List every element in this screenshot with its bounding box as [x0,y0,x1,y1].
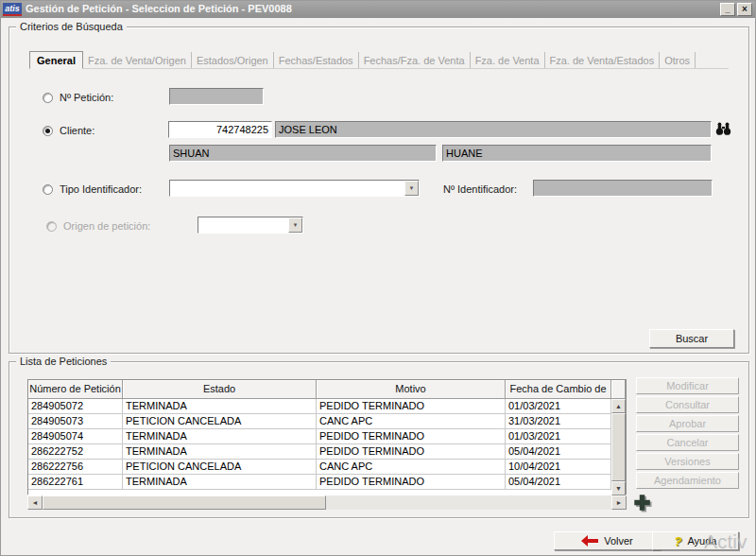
binoculars-search-icon[interactable] [715,120,731,141]
radio-tipo-identificador[interactable] [43,184,53,195]
radio-cliente[interactable] [43,126,53,136]
volver-label: Volver [604,535,633,547]
column-header: Fecha de Cambio de [506,380,611,399]
app-logo-icon: atis [3,3,22,16]
table-row[interactable]: 286222761 TERMINADA PEDIDO TERMINADO 05/… [28,475,611,490]
table-cell: 284905074 [28,429,123,444]
tab-otros[interactable]: Otros [660,52,696,68]
table-body: 284905072 TERMINADA PEDIDO TERMINADO 01/… [28,399,611,495]
radio-num-peticion[interactable] [43,93,53,103]
table-cell: TERMINADA [123,444,317,460]
add-plus-icon[interactable] [631,492,652,513]
vertical-scrollbar-thumb[interactable] [611,413,626,481]
help-question-icon: ? [675,534,682,548]
table-row[interactable]: 286222752 TERMINADA PEDIDO TERMINADO 05/… [28,444,611,460]
minimize-button[interactable]: _ [720,3,735,16]
lista-group-title: Lista de Peticiones [16,356,111,367]
num-identificador-field[interactable] [533,180,713,197]
table-cell: CANC APC [317,414,506,429]
tipo-identificador-select[interactable]: ▼ [169,180,420,197]
table-cell: PEDIDO TERMINADO [317,444,506,460]
tab-strip: General Fza. de Venta/Origen Estados/Ori… [29,49,729,69]
column-header: Motivo [317,380,506,399]
modificar-button: Modificar [636,377,739,394]
table-cell: 284905073 [28,414,123,429]
tab-fza-venta-estados[interactable]: Fza. de Venta/Estados [545,52,661,68]
dialog-window: atis Gestión de Petición - Seleccion de … [0,0,756,556]
close-button[interactable]: × [737,3,752,16]
num-identificador-label: Nº Identificador: [443,183,517,195]
table-cell: 10/04/2021 [506,460,611,475]
table-cell: 05/04/2021 [506,444,611,460]
table-cell: 286222756 [28,460,123,475]
table-cell: 05/04/2021 [506,475,611,490]
horizontal-scrollbar[interactable]: ◄ ► [27,495,627,510]
table-cell: PETICION CANCELADA [123,414,317,429]
scroll-down-icon[interactable]: ▼ [611,481,626,495]
second-surname-field: HUANE [442,145,712,162]
table-header-row: Número de Petición Estado Motivo Fecha d… [28,380,626,399]
cliente-name-field: JOSE LEON [275,121,712,138]
cliente-label: Cliente: [60,125,94,136]
tab-fza-venta[interactable]: Fza. de Venta [471,52,545,68]
ayuda-button[interactable]: ? Ayuda [652,531,739,550]
column-header: Estado [123,380,317,399]
table-cell: 01/03/2021 [506,429,611,444]
tipo-identificador-label: Tipo Identificador: [60,183,142,195]
table-cell: 284905072 [28,399,123,414]
num-peticion-field[interactable] [169,88,264,105]
tab-fechas-fza-venta[interactable]: Fechas/Fza. de Venta [359,52,471,68]
scroll-left-icon[interactable]: ◄ [27,495,43,510]
table-cell: PEDIDO TERMINADO [317,475,506,490]
criterios-group-title: Criterios de Búsqueda [16,21,127,32]
cancelar-button: Cancelar [636,434,739,451]
versiones-button: Versiones [636,453,739,470]
back-arrow-icon [581,535,598,547]
tab-general[interactable]: General [29,51,83,69]
volver-button[interactable]: Volver [554,531,661,550]
scroll-up-icon[interactable]: ▲ [611,399,626,413]
cliente-code-field[interactable]: 742748225 [168,121,272,138]
peticiones-table: Número de Petición Estado Motivo Fecha d… [27,379,627,495]
chevron-down-icon[interactable]: ▼ [404,181,419,196]
chevron-down-icon: ▼ [288,217,302,233]
radio-origen-peticion [46,221,57,232]
tab-fechas-estados[interactable]: Fechas/Estados [274,52,359,68]
table-cell: 31/03/2021 [506,414,611,429]
table-cell: PEDIDO TERMINADO [317,429,506,444]
table-cell: 286222752 [28,444,123,460]
buscar-button[interactable]: Buscar [649,329,734,348]
table-cell: CANC APC [317,460,506,475]
table-row[interactable]: 284905073 PETICION CANCELADA CANC APC 31… [28,414,611,429]
table-row[interactable]: 286222756 PETICION CANCELADA CANC APC 10… [28,460,611,475]
table-cell: PETICION CANCELADA [123,460,317,475]
table-cell: TERMINADA [123,399,317,414]
table-cell: TERMINADA [123,475,317,490]
vertical-scrollbar[interactable]: ▲ ▼ [611,399,626,495]
consultar-button: Consultar [636,396,739,413]
table-row[interactable]: 284905072 TERMINADA PEDIDO TERMINADO 01/… [28,399,611,414]
tab-estados-origen[interactable]: Estados/Origen [192,52,274,68]
tab-fza-venta-origen[interactable]: Fza. de Venta/Origen [83,52,192,68]
window-title: Gestión de Petición - Seleccion de Petic… [26,3,292,14]
origen-peticion-label: Origen de petición: [63,220,150,232]
aprobar-button: Aprobar [636,415,739,432]
agendamiento-button: Agendamiento [636,472,739,489]
first-surname-field: SHUAN [169,145,437,162]
num-peticion-label: Nº Petición: [60,92,113,103]
ayuda-label: Ayuda [687,535,716,547]
table-row[interactable]: 284905074 TERMINADA PEDIDO TERMINADO 01/… [28,429,611,444]
column-header-filler [611,380,626,399]
horizontal-scrollbar-thumb[interactable] [43,495,326,510]
scroll-right-icon[interactable]: ► [611,495,627,510]
origen-peticion-select: ▼ [198,217,303,234]
table-cell: PEDIDO TERMINADO [317,399,506,414]
column-header: Número de Petición [28,380,123,399]
table-cell: 286222761 [28,475,123,490]
table-cell: 01/03/2021 [506,399,611,414]
title-bar: atis Gestión de Petición - Seleccion de … [1,1,755,18]
table-cell: TERMINADA [123,429,317,444]
